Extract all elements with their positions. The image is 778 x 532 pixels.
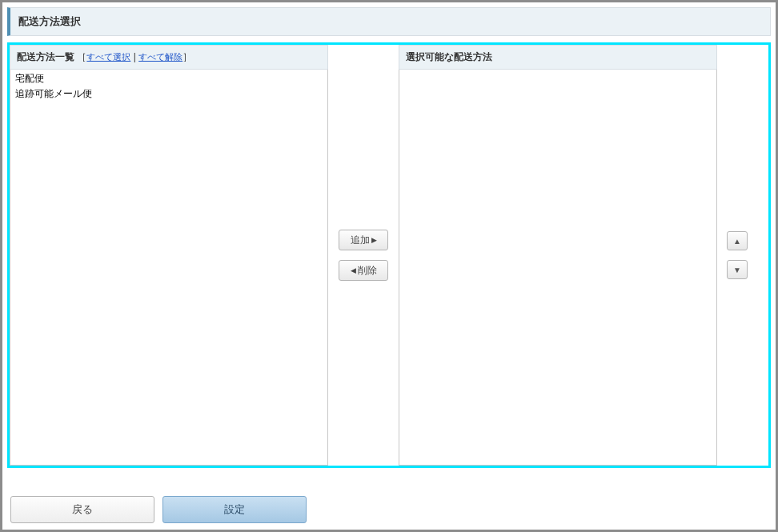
window: 配送方法選択 配送方法一覧 ［すべて選択 | すべて解除］ 宅配便 追跡可能メー… xyxy=(0,0,778,532)
deselect-all-link[interactable]: すべて解除 xyxy=(138,52,182,62)
left-panel-title: 配送方法一覧 xyxy=(17,51,74,62)
left-panel-header: 配送方法一覧 ［すべて選択 | すべて解除］ xyxy=(10,45,328,70)
right-panel: 選択可能な配送方法 xyxy=(399,45,717,466)
footer: 戻る 設定 xyxy=(10,496,307,523)
back-button[interactable]: 戻る xyxy=(10,496,154,523)
arrow-left-icon: ◀ xyxy=(351,266,356,274)
page-title: 配送方法選択 xyxy=(7,7,771,36)
arrow-up-icon: ▲ xyxy=(733,237,741,246)
add-button-label: 追加 xyxy=(351,234,370,247)
selected-list[interactable] xyxy=(399,70,717,466)
move-down-button[interactable]: ▼ xyxy=(727,260,748,279)
available-list[interactable]: 宅配便 追跡可能メール便 xyxy=(10,70,328,466)
right-panel-title: 選択可能な配送方法 xyxy=(406,51,492,62)
move-up-button[interactable]: ▲ xyxy=(727,231,748,250)
add-button[interactable]: 追加 ▶ xyxy=(339,230,388,250)
bracket-close: ］ xyxy=(182,51,192,62)
remove-button[interactable]: ◀ 削除 xyxy=(339,260,388,281)
submit-button[interactable]: 設定 xyxy=(162,496,307,523)
right-panel-header: 選択可能な配送方法 xyxy=(399,45,717,70)
arrow-right-icon: ▶ xyxy=(371,236,377,244)
list-item[interactable]: 追跡可能メール便 xyxy=(14,86,324,102)
reorder-buttons: ▲ ▼ xyxy=(717,45,757,466)
link-separator: | xyxy=(130,51,138,62)
left-panel: 配送方法一覧 ［すべて選択 | すべて解除］ 宅配便 追跡可能メール便 xyxy=(10,45,328,466)
remove-button-label: 削除 xyxy=(358,264,377,278)
bracket-open: ［ xyxy=(77,51,86,62)
left-panel-links: ［すべて選択 | すべて解除］ xyxy=(77,51,192,62)
list-item[interactable]: 宅配便 xyxy=(14,71,324,86)
transfer-buttons: 追加 ▶ ◀ 削除 xyxy=(328,45,399,466)
select-all-link[interactable]: すべて選択 xyxy=(86,52,130,62)
arrow-down-icon: ▼ xyxy=(733,266,741,274)
selection-area: 配送方法一覧 ［すべて選択 | すべて解除］ 宅配便 追跡可能メール便 追加 ▶… xyxy=(7,42,771,468)
